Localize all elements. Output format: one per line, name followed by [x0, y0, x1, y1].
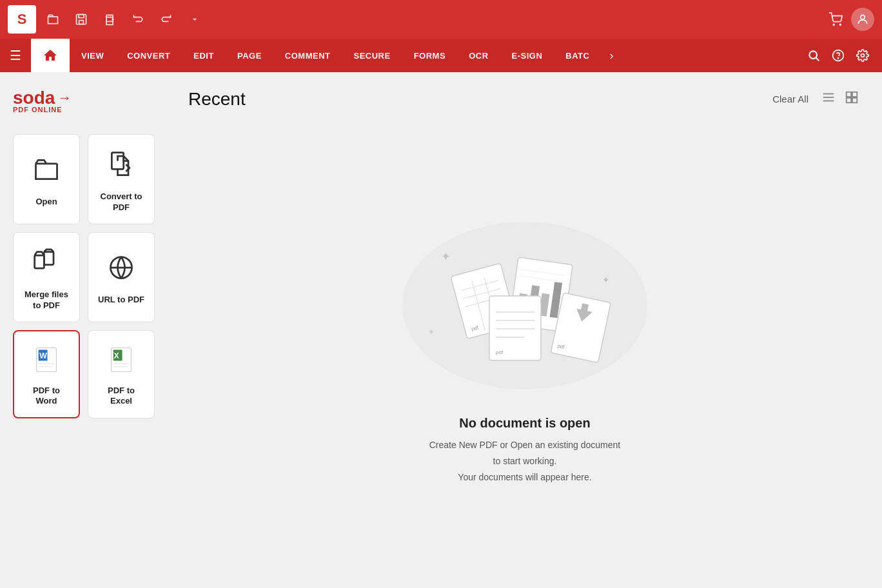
- svg-point-6: [839, 24, 841, 25]
- merge-files-icon: [32, 248, 61, 282]
- pdf-to-word-card[interactable]: W PDF to Word: [13, 330, 80, 419]
- svg-rect-3: [106, 21, 113, 24]
- svg-text:✦: ✦: [441, 250, 451, 263]
- merge-files-label: Merge files to PDF: [21, 289, 72, 311]
- svg-rect-14: [35, 255, 44, 268]
- grid-view-button[interactable]: [842, 88, 861, 110]
- action-cards-grid: Open Convert to PDF: [13, 134, 155, 418]
- svg-point-7: [861, 15, 865, 19]
- dropdown-button[interactable]: [183, 8, 206, 31]
- left-panel: soda→ PDF ONLINE Open: [0, 72, 168, 588]
- nav-ocr[interactable]: OCR: [457, 39, 500, 72]
- merge-files-card[interactable]: Merge files to PDF: [13, 232, 80, 322]
- soda-logo-sub: PDF ONLINE: [13, 106, 155, 113]
- svg-text:✦: ✦: [602, 275, 610, 285]
- nav-bar: ☰ VIEW CONVERT EDIT PAGE COMMENT SECURE …: [0, 39, 882, 72]
- convert-to-pdf-card[interactable]: Convert to PDF: [88, 134, 155, 224]
- nav-convert[interactable]: CONVERT: [115, 39, 182, 72]
- nav-more-button[interactable]: ›: [601, 39, 622, 72]
- open-label: Open: [35, 197, 57, 208]
- home-nav-button[interactable]: [31, 39, 70, 72]
- nav-view[interactable]: VIEW: [70, 39, 115, 72]
- pdf-to-word-icon: W: [34, 347, 59, 378]
- svg-rect-32: [847, 98, 851, 103]
- nav-esign[interactable]: E-SIGN: [500, 39, 554, 72]
- main-content: soda→ PDF ONLINE Open: [0, 72, 882, 588]
- svg-rect-15: [44, 251, 54, 264]
- svg-text:✦: ✦: [428, 328, 435, 337]
- search-nav-button[interactable]: [802, 44, 825, 67]
- nav-comment[interactable]: COMMENT: [273, 39, 342, 72]
- nav-batch[interactable]: BATC: [554, 39, 601, 72]
- open-icon: [32, 155, 61, 189]
- empty-illustration: ✦ ✦ ✦ pdf: [389, 199, 660, 406]
- svg-rect-0: [77, 15, 86, 24]
- open-card[interactable]: Open: [13, 134, 80, 224]
- open-folder-button[interactable]: [41, 8, 64, 31]
- svg-point-5: [833, 24, 834, 25]
- pdf-to-excel-icon: X: [108, 347, 134, 378]
- convert-to-pdf-icon: [107, 150, 135, 184]
- help-nav-button[interactable]: [827, 44, 850, 67]
- nav-forms[interactable]: FORMS: [402, 39, 457, 72]
- svg-rect-30: [847, 92, 851, 97]
- svg-point-12: [861, 54, 865, 57]
- recent-title: Recent: [188, 89, 772, 110]
- save-button[interactable]: [70, 8, 93, 31]
- svg-rect-2: [79, 21, 84, 24]
- svg-text:W: W: [39, 351, 47, 360]
- svg-text:X: X: [113, 351, 119, 360]
- url-to-pdf-card[interactable]: URL to PDF: [88, 232, 155, 322]
- empty-illustration-svg: ✦ ✦ ✦ pdf: [389, 206, 660, 399]
- pdf-to-excel-card[interactable]: X PDF to Excel: [88, 330, 155, 419]
- cart-button[interactable]: [824, 8, 847, 31]
- url-to-pdf-icon: [107, 253, 135, 287]
- svg-rect-33: [852, 98, 857, 103]
- right-panel: Recent Clear All ✦ ✦: [168, 72, 882, 588]
- nav-page[interactable]: PAGE: [226, 39, 273, 72]
- pdf-to-excel-label: PDF to Excel: [96, 386, 146, 407]
- soda-logo-arrow: →: [57, 90, 72, 106]
- url-to-pdf-label: URL to PDF: [98, 295, 144, 306]
- view-toggle: [819, 88, 861, 110]
- settings-nav-button[interactable]: [851, 44, 874, 67]
- clear-all-button[interactable]: Clear All: [772, 93, 808, 104]
- svg-rect-1: [79, 15, 84, 18]
- hamburger-menu-icon[interactable]: ☰: [0, 39, 31, 72]
- convert-to-pdf-label: Convert to PDF: [96, 191, 146, 213]
- soda-logo: soda→ PDF ONLINE: [13, 88, 155, 113]
- svg-rect-31: [852, 92, 857, 97]
- undo-button[interactable]: [126, 8, 150, 31]
- app-logo: S: [8, 5, 36, 34]
- empty-state-title: No document is open: [459, 416, 590, 431]
- nav-edit[interactable]: EDIT: [182, 39, 226, 72]
- user-avatar[interactable]: [851, 8, 874, 31]
- svg-point-4: [112, 19, 113, 20]
- svg-line-9: [816, 58, 819, 61]
- svg-text:pdf: pdf: [496, 349, 504, 355]
- svg-point-8: [809, 51, 817, 59]
- print-button[interactable]: [98, 8, 121, 31]
- empty-state-desc: Create New PDF or Open an existing docum…: [429, 437, 620, 486]
- top-toolbar: S: [0, 0, 882, 39]
- empty-state: ✦ ✦ ✦ pdf: [188, 126, 861, 559]
- nav-secure[interactable]: SECURE: [342, 39, 402, 72]
- recent-header: Recent Clear All: [188, 88, 861, 110]
- pdf-to-word-label: PDF to Word: [22, 386, 71, 407]
- redo-button[interactable]: [155, 8, 178, 31]
- list-view-button[interactable]: [819, 88, 838, 110]
